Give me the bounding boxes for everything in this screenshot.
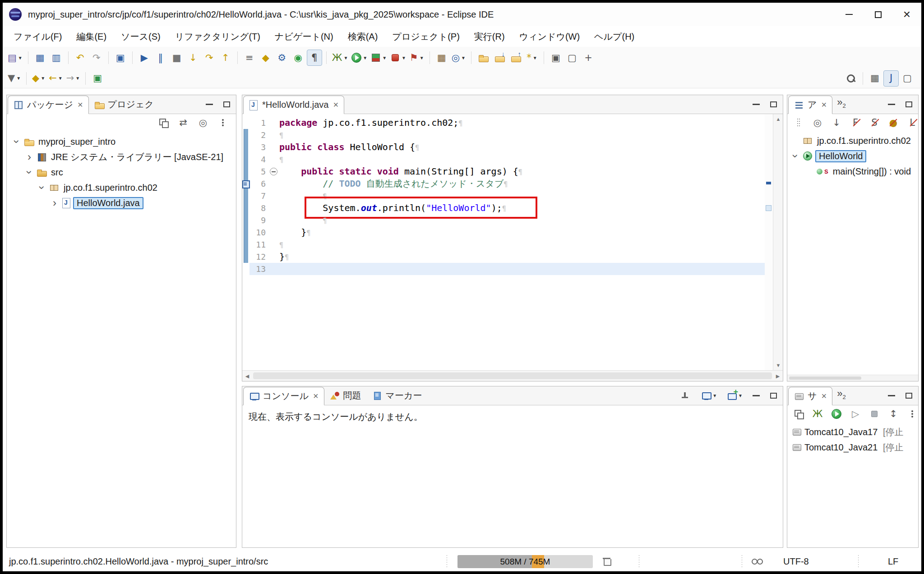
maximize-servers-button[interactable] [904, 391, 914, 401]
overview-annotation-mark[interactable] [766, 205, 772, 211]
scrollbar-thumb[interactable] [789, 377, 861, 380]
redo-button[interactable]: ↷ [89, 50, 104, 66]
mark-occurrences-button[interactable]: ≡ [242, 50, 257, 66]
tab-パッケージ[interactable]: パッケージ× [8, 96, 89, 114]
tree-chevron-icon[interactable]: › [50, 198, 59, 207]
stop-server-button[interactable] [867, 406, 882, 422]
tab-問題[interactable]: 問題 [324, 386, 367, 405]
open-console-view-button[interactable]: ▣ [113, 50, 128, 66]
tab-コンソール[interactable]: コンソール× [243, 387, 324, 405]
profile-button[interactable]: ▼ [389, 50, 407, 66]
editor-horizontal-scrollbar[interactable]: ◀ ▶ [242, 370, 783, 381]
hide-non-public-button[interactable]: ● [886, 115, 901, 131]
servers-tab[interactable]: サ × [788, 387, 832, 405]
scroll-right-icon[interactable]: ▶ [773, 371, 783, 381]
scroll-up-icon[interactable]: ▲ [773, 114, 783, 124]
open-new-console-button[interactable]: ▼ [725, 388, 744, 404]
step-return-button[interactable]: ↑ [218, 50, 233, 66]
menu-item-P[interactable]: プロジェクト(P) [385, 28, 467, 45]
server-item-Tomcat10_Java17[interactable]: Tomcat10_Java17 [停止 [787, 424, 918, 440]
java-perspective-button[interactable]: J [883, 70, 899, 87]
minimize-editor-button[interactable] [751, 100, 761, 110]
forward-button[interactable]: →▼ [65, 70, 82, 87]
tree-item-jp.co.f1.superintro.ch02[interactable]: ›jp.co.f1.superintro.ch02 [8, 180, 235, 195]
tree-chevron-icon[interactable]: › [12, 137, 21, 146]
more-tools-button[interactable]: + [581, 50, 596, 66]
outline-tab[interactable]: ア × [788, 96, 832, 114]
menu-item-H[interactable]: ヘルプ(H) [587, 28, 642, 45]
minimize-outline-button[interactable] [887, 100, 896, 110]
maximize-console-button[interactable] [768, 391, 778, 401]
start-server-button[interactable] [829, 406, 844, 422]
run-button[interactable]: ▼ [350, 50, 369, 66]
build-all-button[interactable]: ⚙ [274, 50, 290, 66]
step-into-button[interactable]: ↓ [185, 50, 201, 66]
servers-view-menu-button[interactable] [905, 406, 919, 422]
tree-item-HelloWorld.java[interactable]: ›HelloWorld.java [8, 195, 235, 211]
outline-horizontal-scrollbar[interactable] [787, 375, 918, 381]
tree-item-src[interactable]: ›src [8, 165, 235, 180]
tree-chevron-icon[interactable]: › [25, 152, 34, 161]
editor-tab-helloworld[interactable]: *HelloWorld.java × [243, 96, 344, 114]
import-button[interactable] [492, 50, 507, 66]
next-annotation-button[interactable]: ▼▼ [6, 70, 22, 87]
close-servers-tab-icon[interactable]: × [821, 391, 827, 401]
scrollbar-thumb[interactable] [253, 372, 772, 379]
display-selected-console-button[interactable]: ▼ [700, 388, 718, 404]
minimize-servers-button[interactable] [887, 391, 896, 401]
outline-handle-button[interactable] [791, 115, 806, 131]
editor-overview-ruler[interactable] [765, 114, 773, 370]
server-item-Tomcat10_Java21[interactable]: Tomcat10_Java21 [停止 [787, 440, 918, 455]
menu-item-F[interactable]: ファイル(F) [6, 28, 69, 45]
tab-マーカー[interactable]: マーカー [367, 386, 428, 405]
debug-server-button[interactable]: Ж [810, 406, 825, 422]
java-browsing-perspective-button[interactable]: ▢ [900, 70, 915, 87]
save-all-button[interactable]: ▥ [49, 50, 64, 66]
close-editor-tab-icon[interactable]: × [333, 100, 338, 110]
link-with-editor-button[interactable]: ⇄ [176, 115, 191, 131]
minimize-console-button[interactable] [751, 391, 761, 401]
new-java-project-button[interactable]: ▦ [434, 50, 449, 66]
open-task-button[interactable]: ◆ [258, 50, 273, 66]
overview-task-mark[interactable] [766, 182, 771, 184]
focus-button[interactable]: ◎ [195, 115, 211, 131]
outline-overflow-button[interactable]: »2 [837, 96, 845, 109]
menu-item-S[interactable]: ソース(S) [114, 28, 168, 45]
search-button[interactable] [843, 70, 859, 87]
export-button[interactable] [508, 50, 523, 66]
menu-item-A[interactable]: 検索(A) [341, 28, 385, 45]
profile-server-button[interactable]: ▷ [848, 406, 863, 422]
task-marker-icon[interactable] [242, 179, 252, 189]
terminate-button[interactable]: ■ [169, 50, 185, 66]
sort-outline-button[interactable]: ↓ [829, 115, 844, 131]
other-perspective-button[interactable]: ▢ [564, 50, 580, 66]
open-browser-button[interactable]: ◎▼ [450, 50, 467, 66]
minimize-view-button[interactable] [204, 100, 214, 110]
maximize-window-button[interactable] [864, 3, 892, 26]
hide-fields-button[interactable]: F [848, 115, 863, 131]
outline-item-HelloWorld[interactable]: ›HelloWorld [787, 148, 918, 164]
close-outline-tab-icon[interactable]: × [821, 100, 827, 110]
last-edit-location-button[interactable]: ◆▼ [31, 70, 46, 87]
encoding-indicator[interactable]: UTF-8 [783, 551, 809, 571]
perspective-grid-button[interactable]: ▦ [867, 70, 882, 87]
view-menu-button[interactable] [215, 115, 231, 131]
close-tab-icon[interactable]: × [78, 100, 83, 110]
menu-item-E[interactable]: 編集(E) [69, 28, 114, 45]
status-glasses-button[interactable] [752, 551, 762, 571]
servers-overflow-button[interactable]: »2 [837, 388, 845, 400]
tree-chevron-icon[interactable]: › [37, 183, 46, 192]
undo-button[interactable]: ↶ [73, 50, 88, 66]
pin-editor-button[interactable]: ▣ [90, 70, 105, 87]
suspend-button[interactable]: ‖ [153, 50, 168, 66]
hide-local-types-button[interactable]: L [905, 115, 919, 131]
debug-button[interactable]: Ж▼ [331, 50, 350, 66]
close-window-button[interactable]: × [892, 3, 921, 26]
update-button[interactable]: ◉ [291, 50, 306, 66]
back-button[interactable]: ←▼ [47, 70, 64, 87]
save-button[interactable]: ▦ [32, 50, 48, 66]
line-ending-indicator[interactable]: LF [888, 551, 898, 571]
run-history-button[interactable]: ⚑▼ [408, 50, 425, 66]
outline-item-mainStringvoid[interactable]: ›Smain(String[]) : void [787, 164, 918, 179]
tree-chevron-icon[interactable]: › [25, 168, 34, 177]
